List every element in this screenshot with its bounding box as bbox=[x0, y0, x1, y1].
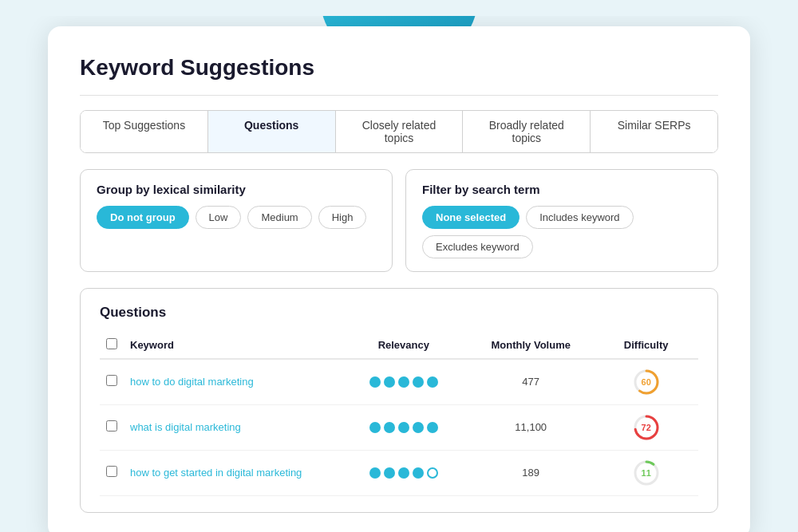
relevancy-dot-filled bbox=[413, 467, 424, 479]
tab-closely-related[interactable]: Closely related topics bbox=[336, 111, 464, 152]
page-title: Keyword Suggestions bbox=[80, 55, 718, 81]
tab-bar: Top Suggestions Questions Closely relate… bbox=[80, 110, 718, 153]
questions-section: Questions Keyword Relevancy Monthly Volu… bbox=[80, 288, 718, 513]
relevancy-dot-filled bbox=[398, 467, 409, 479]
difficulty-value: 72 bbox=[642, 423, 651, 432]
tab-similar-serps[interactable]: Similar SERPs bbox=[591, 111, 717, 152]
table-row: what is digital marketing11,100 72 bbox=[100, 404, 698, 450]
search-option-includes[interactable]: Includes keyword bbox=[526, 206, 633, 229]
search-filter-options: None selected Includes keyword Excludes … bbox=[422, 206, 701, 258]
row-relevancy bbox=[339, 404, 468, 450]
relevancy-dot-filled bbox=[369, 376, 381, 388]
difficulty-circle: 11 bbox=[632, 459, 661, 487]
row-difficulty: 11 bbox=[594, 450, 698, 495]
table-row: how to do digital marketing477 60 bbox=[100, 359, 698, 405]
row-monthly-volume: 477 bbox=[468, 359, 594, 405]
relevancy-dot-empty bbox=[427, 467, 438, 479]
row-keyword: what is digital marketing bbox=[124, 404, 339, 450]
relevancy-dot-filled bbox=[413, 376, 424, 388]
row-monthly-volume: 189 bbox=[468, 450, 594, 495]
header-checkbox-cell bbox=[100, 332, 124, 359]
row-checkbox-cell bbox=[100, 359, 124, 405]
relevancy-dot-filled bbox=[427, 422, 438, 433]
header-difficulty: Difficulty bbox=[594, 332, 698, 359]
search-filter-title: Filter by search term bbox=[422, 183, 701, 196]
header-relevancy: Relevancy bbox=[339, 332, 468, 359]
row-keyword: how to get started in digital marketing bbox=[124, 450, 339, 495]
row-monthly-volume: 11,100 bbox=[468, 404, 594, 450]
questions-section-title: Questions bbox=[100, 305, 698, 321]
main-card: Keyword Suggestions Top Suggestions Ques… bbox=[48, 26, 750, 533]
row-checkbox-cell bbox=[100, 450, 124, 495]
difficulty-value: 60 bbox=[642, 377, 651, 387]
filter-row: Group by lexical similarity Do not group… bbox=[80, 169, 718, 272]
table-header-row: Keyword Relevancy Monthly Volume Difficu… bbox=[100, 332, 698, 359]
header-volume: Monthly Volume bbox=[468, 332, 594, 359]
row-relevancy bbox=[339, 450, 468, 495]
row-keyword: how to do digital marketing bbox=[124, 359, 339, 405]
relevancy-dot-filled bbox=[369, 422, 381, 433]
group-option-do-not-group[interactable]: Do not group bbox=[97, 206, 189, 229]
outer-container: Keyword Suggestions Top Suggestions Ques… bbox=[16, 16, 782, 532]
tab-broadly-related[interactable]: Broadly related topics bbox=[463, 111, 591, 152]
relevancy-dot-filled bbox=[384, 422, 395, 433]
difficulty-circle: 60 bbox=[632, 368, 661, 396]
row-difficulty: 72 bbox=[594, 404, 698, 450]
group-filter-box: Group by lexical similarity Do not group… bbox=[80, 169, 393, 272]
group-filter-options: Do not group Low Medium High bbox=[97, 206, 376, 229]
keyword-link[interactable]: what is digital marketing bbox=[130, 421, 241, 433]
select-all-checkbox[interactable] bbox=[106, 338, 117, 349]
search-option-none[interactable]: None selected bbox=[422, 206, 519, 229]
row-checkbox-1[interactable] bbox=[106, 420, 117, 432]
search-filter-box: Filter by search term None selected Incl… bbox=[405, 169, 718, 272]
difficulty-value: 11 bbox=[642, 468, 651, 478]
table-row: how to get started in digital marketing1… bbox=[100, 450, 698, 495]
difficulty-circle: 72 bbox=[632, 413, 661, 442]
relevancy-dot-filled bbox=[398, 422, 409, 433]
group-filter-title: Group by lexical similarity bbox=[97, 183, 376, 196]
relevancy-dot-filled bbox=[384, 467, 395, 479]
relevancy-dot-filled bbox=[427, 376, 438, 388]
header-keyword: Keyword bbox=[124, 332, 339, 359]
row-checkbox-0[interactable] bbox=[106, 375, 117, 386]
row-checkbox-2[interactable] bbox=[106, 466, 117, 477]
keywords-table: Keyword Relevancy Monthly Volume Difficu… bbox=[100, 332, 698, 496]
group-option-low[interactable]: Low bbox=[196, 206, 242, 229]
relevancy-dot-filled bbox=[413, 422, 424, 433]
row-relevancy bbox=[339, 359, 468, 405]
tab-questions[interactable]: Questions bbox=[208, 111, 336, 152]
relevancy-dot-filled bbox=[369, 467, 381, 479]
row-difficulty: 60 bbox=[594, 359, 698, 405]
relevancy-dot-filled bbox=[384, 376, 395, 388]
group-option-medium[interactable]: Medium bbox=[247, 206, 311, 229]
title-divider bbox=[80, 95, 718, 96]
row-checkbox-cell bbox=[100, 404, 124, 450]
relevancy-dot-filled bbox=[398, 376, 409, 388]
keyword-link[interactable]: how to get started in digital marketing bbox=[130, 467, 302, 479]
keyword-link[interactable]: how to do digital marketing bbox=[130, 376, 254, 388]
group-option-high[interactable]: High bbox=[318, 206, 367, 229]
search-option-excludes[interactable]: Excludes keyword bbox=[422, 235, 533, 258]
tab-top-suggestions[interactable]: Top Suggestions bbox=[81, 111, 208, 152]
